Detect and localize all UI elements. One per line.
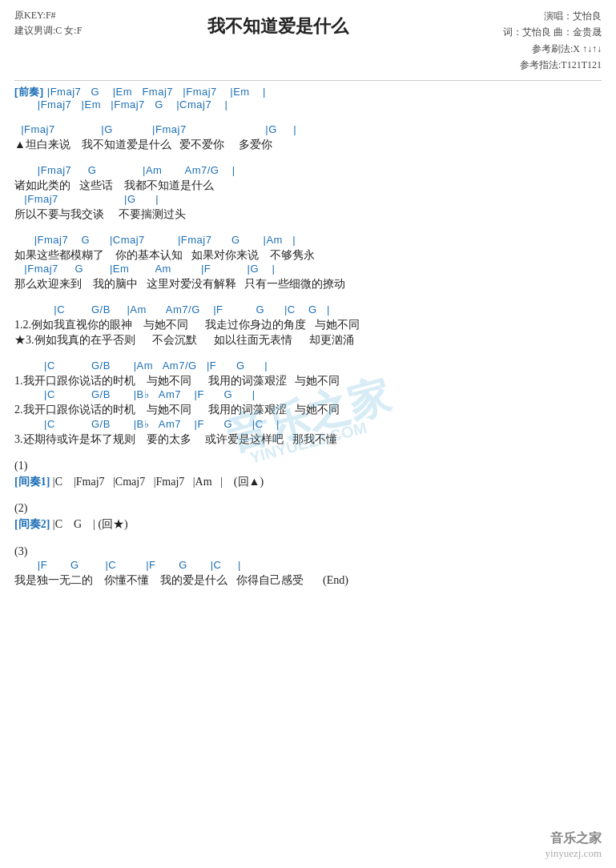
section-intro: [前奏] |Fmaj7 G |Em Fmaj7 |Fmaj7 |Em | |Fm… <box>14 86 602 113</box>
outro-number: (3) <box>14 544 602 560</box>
top-right: 演唱：艾怡良 词：艾怡良 曲：金贵晟 参考刷法:X ↑↓↑↓ 参考指法:T121… <box>473 8 602 74</box>
section-outro: (3) |F G |C |F G |C | 我是独一无二的 你懂不懂 我的爱是什… <box>14 544 602 589</box>
chorus1-lyric-2: ★3.例如我真的在乎否则 不会沉默 如以往面无表情 却更汹涌 <box>14 332 602 348</box>
verse2-lyric-1: 诸如此类的 这些话 我都不知道是什么 <box>14 178 602 194</box>
page: 原KEY:F# 建议男调:C 女:F 我不知道爱是什么 演唱：艾怡良 词：艾怡良… <box>0 0 616 868</box>
logo-sub: yinyuezj.com <box>546 847 602 860</box>
pick-pattern: 参考指法:T121T121 <box>520 57 602 73</box>
chorus2-lyric-1: 1.我开口跟你说话的时机 与她不同 我用的词藻艰涩 与她不同 <box>14 373 602 389</box>
intro-chord-1: [前奏] |Fmaj7 G |Em Fmaj7 |Fmaj7 |Em | <box>14 86 602 99</box>
header-left: 原KEY:F# 建议男调:C 女:F <box>14 8 82 38</box>
section-interlude2: (2) [间奏2] |C G | (回★) <box>14 500 602 532</box>
lyricist-composer: 词：艾怡良 曲：金贵晟 <box>473 24 602 40</box>
strum-pattern: 参考刷法:X ↑↓↑↓ <box>520 41 602 57</box>
interlude2-number: (2) <box>14 500 602 516</box>
chorus2-chord-3: |C G/B |B♭ Am7 |F G |C | <box>14 418 602 432</box>
footer-logo: 音乐之家 yinyuezj.com <box>546 830 602 860</box>
section-chorus1: |C G/B |Am Am7/G |F G |C G | 1.2.例如我直视你的… <box>14 303 602 348</box>
section-verse2: |Fmaj7 G |Am Am7/G | 诸如此类的 这些话 我都不知道是什么 … <box>14 164 602 223</box>
header: 原KEY:F# 建议男调:C 女:F 我不知道爱是什么 演唱：艾怡良 词：艾怡良… <box>14 8 602 74</box>
chorus2-lyric-2: 2.我开口跟你说话的时机 与她不同 我用的词藻艰涩 与她不同 <box>14 402 602 418</box>
verse3-lyric-1: 如果这些都模糊了 你的基本认知 如果对你来说 不够隽永 <box>14 247 602 263</box>
chorus2-lyric-3: 3.还期待或许是坏了规则 要的太多 或许爱是这样吧 那我不懂 <box>14 432 602 448</box>
outro-lyric: 我是独一无二的 你懂不懂 我的爱是什么 你得自己感受 (End) <box>14 573 602 589</box>
original-key: 原KEY:F# <box>14 8 82 23</box>
chorus2-chord-1: |C G/B |Am Am7/G |F G | <box>14 360 602 373</box>
section-interlude1: (1) [间奏1] |C |Fmaj7 |Cmaj7 |Fmaj7 |Am | … <box>14 458 602 489</box>
interlude1-label: [间奏1] |C |Fmaj7 |Cmaj7 |Fmaj7 |Am | (回▲) <box>14 474 602 490</box>
header-divider <box>14 80 602 81</box>
chorus2-chord-2: |C G/B |B♭ Am7 |F G | <box>14 388 602 402</box>
verse2-chord-1: |Fmaj7 G |Am Am7/G | <box>14 164 602 178</box>
verse2-lyric-2: 所以不要与我交谈 不要揣测过头 <box>14 207 602 223</box>
verse3-chord-2: |Fmaj7 G |Em Am |F |G | <box>14 263 602 276</box>
outro-chord: |F G |C |F G |C | <box>14 559 602 573</box>
verse1-chord: |Fmaj7 |G |Fmaj7 |G | <box>14 123 602 137</box>
chorus1-lyric-1: 1.2.例如我直视你的眼神 与她不同 我走过你身边的角度 与她不同 <box>14 317 602 333</box>
strumming-info: 参考刷法:X ↑↓↑↓ 参考指法:T121T121 <box>520 41 602 74</box>
logo-main: 音乐之家 <box>546 830 602 847</box>
intro-chord-2: |Fmaj7 |Em |Fmaj7 G |Cmaj7 | <box>14 98 602 112</box>
verse2-chord-2: |Fmaj7 |G | <box>14 193 602 207</box>
chorus1-chord: |C G/B |Am Am7/G |F G |C G | <box>14 303 602 317</box>
interlude1-number: (1) <box>14 458 602 474</box>
verse1-lyric: ▲坦白来说 我不知道爱是什么 爱不爱你 多爱你 <box>14 137 602 153</box>
suggested-key: 建议男调:C 女:F <box>14 23 82 38</box>
interlude2-label: [间奏2] |C G | (回★) <box>14 516 602 532</box>
credits: 演唱：艾怡良 词：艾怡良 曲：金贵晟 <box>473 8 602 41</box>
singer: 演唱：艾怡良 <box>473 8 602 24</box>
verse3-lyric-2: 那么欢迎来到 我的脑中 这里对爱没有解释 只有一些细微的撩动 <box>14 276 602 292</box>
section-verse3: |Fmaj7 G |Cmaj7 |Fmaj7 G |Am | 如果这些都模糊了 … <box>14 234 602 292</box>
song-title: 我不知道爱是什么 <box>82 8 473 38</box>
verse3-chord-1: |Fmaj7 G |Cmaj7 |Fmaj7 G |Am | <box>14 234 602 247</box>
section-verse1: |Fmaj7 |G |Fmaj7 |G | ▲坦白来说 我不知道爱是什么 爱不爱… <box>14 123 602 152</box>
section-chorus2: |C G/B |Am Am7/G |F G | 1.我开口跟你说话的时机 与她不… <box>14 360 602 447</box>
